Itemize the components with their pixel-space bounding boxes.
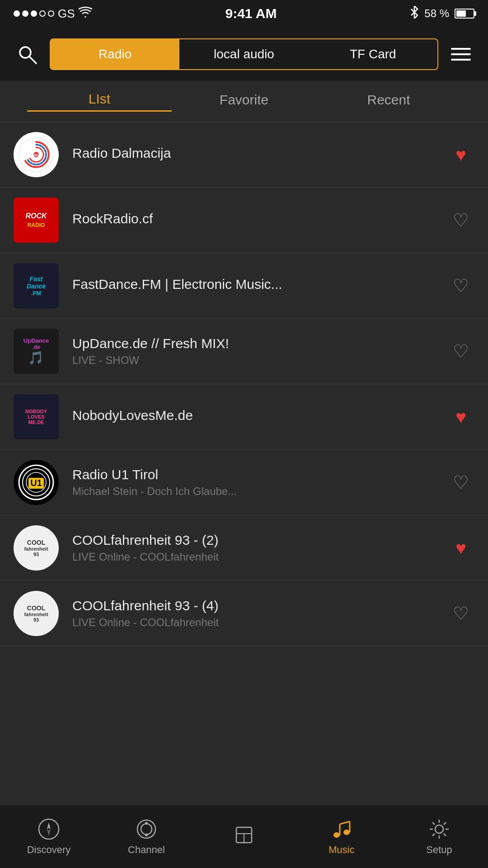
compass-icon — [38, 818, 60, 840]
search-button[interactable] — [14, 41, 41, 68]
list-item[interactable]: RD Radio Dalmacija ♥ — [0, 122, 488, 188]
station-logo: Fast Dance .FM — [14, 263, 59, 308]
setup-label: Setup — [426, 844, 452, 856]
favorite-button[interactable]: ♥ — [447, 534, 474, 561]
svg-text:RD: RD — [33, 153, 39, 157]
battery-indicator — [455, 9, 474, 19]
menu-line-2 — [451, 53, 471, 55]
gear-icon — [428, 818, 450, 840]
list-bottom-padding — [0, 646, 488, 714]
svg-line-25 — [340, 821, 350, 824]
station-logo: RD — [14, 132, 59, 177]
station-info: COOLfahrenheit 93 - (2) LIVE Online - CO… — [72, 533, 447, 563]
status-bar: GS 9:41 AM 58 % — [0, 0, 488, 27]
list-item[interactable]: COOL fahrenheit 93 COOLfahrenheit 93 - (… — [0, 581, 488, 646]
list-item[interactable]: UpDance .de 🎵 UpDance.de // Fresh MIX! L… — [0, 319, 488, 384]
sub-tab-favorite[interactable]: Favorite — [172, 92, 316, 111]
list-item[interactable]: Fast Dance .FM FastDance.FM | Electronic… — [0, 253, 488, 319]
svg-line-34 — [432, 834, 435, 836]
svg-point-11 — [39, 819, 59, 839]
battery-percent: 58 % — [424, 7, 449, 20]
svg-line-33 — [444, 822, 446, 825]
station-info: COOLfahrenheit 93 - (4) LIVE Online - CO… — [72, 598, 447, 629]
list-item[interactable]: ROCK RADIO RockRadio.cf ♡ — [0, 188, 488, 253]
dot1 — [14, 10, 20, 17]
dot5 — [48, 10, 54, 17]
dot3 — [31, 10, 37, 17]
top-nav: Radio local audio TF Card — [0, 27, 488, 81]
music-icon — [330, 818, 353, 840]
station-info: UpDance.de // Fresh MIX! LIVE - SHOW — [72, 336, 447, 367]
favorite-button[interactable]: ♡ — [447, 207, 474, 234]
station-logo: COOL fahrenheit 93 — [14, 591, 59, 636]
svg-text:U1: U1 — [30, 478, 42, 488]
list-item[interactable]: U1 Radio U1 Tirol Michael Stein - Doch I… — [0, 450, 488, 515]
svg-point-17 — [145, 834, 148, 836]
wifi-icon — [79, 6, 92, 21]
heart-filled-icon: ♥ — [455, 145, 466, 165]
channel-label: Channel — [128, 844, 165, 856]
menu-button[interactable] — [447, 41, 474, 68]
station-info: FastDance.FM | Electronic Music... — [72, 277, 447, 295]
heart-empty-icon: ♡ — [453, 210, 469, 231]
list-item[interactable]: NOBODY LOVES ME.DE NobodyLovesMe.de ♥ — [0, 384, 488, 450]
radio-list: RD Radio Dalmacija ♥ ROCK RADIO RockRadi… — [0, 122, 488, 646]
station-logo: COOL fahrenheit 93 — [14, 525, 59, 571]
battery-icon — [455, 9, 474, 19]
sub-tab-list[interactable]: LIst — [27, 91, 172, 112]
bottom-nav-channel[interactable]: Channel — [98, 818, 195, 856]
heart-empty-icon: ♡ — [453, 275, 469, 296]
station-info: NobodyLovesMe.de — [72, 408, 447, 426]
svg-marker-12 — [47, 822, 51, 829]
station-logo: NOBODY LOVES ME.DE — [14, 394, 59, 439]
svg-line-31 — [432, 822, 435, 825]
bottom-nav-discovery[interactable]: Discovery — [0, 818, 98, 856]
svg-line-32 — [444, 834, 446, 836]
favorite-button[interactable]: ♡ — [447, 469, 474, 496]
favorite-button[interactable]: ♡ — [447, 600, 474, 627]
svg-point-22 — [343, 830, 350, 835]
status-left: GS — [14, 6, 92, 21]
bottom-nav-setup[interactable]: Setup — [390, 818, 488, 856]
svg-point-16 — [145, 822, 148, 825]
source-tabs: Radio local audio TF Card — [50, 38, 438, 70]
menu-line-3 — [451, 59, 471, 61]
station-name: COOLfahrenheit 93 - (2) — [72, 533, 447, 548]
status-right: 58 % — [410, 6, 474, 21]
station-logo: U1 — [14, 460, 59, 505]
bottom-nav-home[interactable] — [195, 824, 293, 850]
search-icon — [17, 44, 37, 64]
svg-line-1 — [29, 57, 36, 63]
battery-fill — [456, 10, 466, 17]
tab-tf-card[interactable]: TF Card — [309, 39, 437, 69]
favorite-button[interactable]: ♡ — [447, 272, 474, 299]
station-info: Radio Dalmacija — [72, 146, 447, 164]
sub-tab-recent[interactable]: Recent — [316, 92, 461, 111]
station-name: Radio Dalmacija — [72, 146, 447, 161]
bottom-nav-music[interactable]: Music — [293, 818, 390, 856]
favorite-button[interactable]: ♥ — [447, 141, 474, 168]
favorite-button[interactable]: ♥ — [447, 403, 474, 430]
tab-local-audio[interactable]: local audio — [179, 39, 308, 69]
dot4 — [39, 10, 46, 17]
bottom-nav: Discovery Channel Music — [0, 805, 488, 868]
music-label: Music — [328, 844, 354, 856]
signal-dots — [14, 10, 54, 17]
station-name: COOLfahrenheit 93 - (4) — [72, 598, 447, 613]
tab-radio[interactable]: Radio — [51, 39, 179, 69]
list-item[interactable]: COOL fahrenheit 93 COOLfahrenheit 93 - (… — [0, 515, 488, 581]
station-name: UpDance.de // Fresh MIX! — [72, 336, 447, 351]
station-logo: ROCK RADIO — [14, 198, 59, 243]
heart-empty-icon: ♡ — [453, 603, 469, 624]
svg-point-15 — [141, 824, 152, 835]
svg-point-26 — [435, 825, 443, 833]
station-subtitle: LIVE - SHOW — [72, 354, 447, 367]
bluetooth-icon — [410, 6, 419, 21]
svg-point-21 — [333, 832, 340, 838]
menu-line-1 — [451, 48, 471, 50]
station-name: NobodyLovesMe.de — [72, 408, 447, 423]
box-icon — [233, 824, 255, 846]
favorite-button[interactable]: ♡ — [447, 338, 474, 365]
heart-empty-icon: ♡ — [453, 472, 469, 493]
heart-filled-icon: ♥ — [455, 538, 466, 558]
